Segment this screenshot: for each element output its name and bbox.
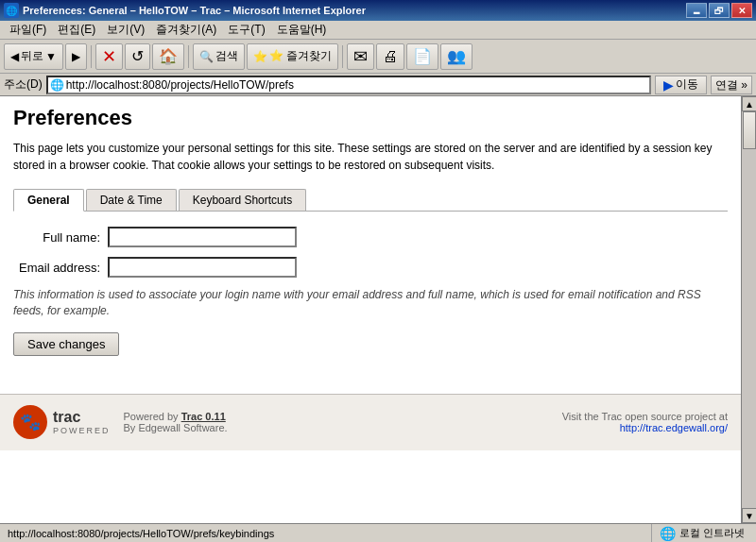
links-button[interactable]: 연결 » <box>711 76 752 94</box>
trac-version-link[interactable]: Trac 0.11 <box>181 411 226 422</box>
status-url: http://localhost:8080/projects/HelloTOW/… <box>4 528 651 539</box>
menu-view[interactable]: 보기(V) <box>101 21 150 39</box>
tab-keyboard[interactable]: Keyboard Shortcuts <box>179 189 306 211</box>
form-note: This information is used to associate yo… <box>13 287 728 319</box>
email-label: Email address: <box>13 261 108 275</box>
menu-bar: 파일(F) 편집(E) 보기(V) 즐겨찾기(A) 도구(T) 도움말(H) <box>0 21 756 40</box>
scroll-track[interactable] <box>742 111 756 508</box>
footer-right: Visit the Trac open source project at ht… <box>562 411 728 433</box>
toolbar: ◀ 뒤로 ▼ ▶ ✕ ↺ 🏠 🔍 검색 ⭐ ⭐ 즐겨찾기 ✉ 🖨 📄 👥 <box>0 40 756 74</box>
save-button[interactable]: Save changes <box>13 332 119 356</box>
refresh-button[interactable]: ↺ <box>125 43 150 70</box>
separator-1 <box>91 45 92 68</box>
go-arrow-icon: ▶ <box>663 77 674 93</box>
footer-logo: 🐾 trac POWERED Powered by Trac 0.11 By E… <box>13 405 228 439</box>
go-label: 이동 <box>676 76 698 93</box>
page-content: Preferences This page lets you customize… <box>0 96 741 523</box>
discuss-icon: 👥 <box>447 47 466 65</box>
trac-brand: trac POWERED <box>53 409 111 435</box>
home-icon: 🏠 <box>159 47 178 65</box>
menu-help[interactable]: 도움말(H) <box>271 21 333 39</box>
title-bar: 🌐 Preferences: General – HelloTOW – Trac… <box>0 0 756 21</box>
discuss-button[interactable]: 👥 <box>440 43 472 70</box>
trac-url-link[interactable]: http://trac.edgewall.org/ <box>620 422 728 433</box>
minimize-button[interactable]: 🗕 <box>686 3 707 18</box>
address-input[interactable] <box>66 78 647 92</box>
menu-favorites[interactable]: 즐겨찾기(A) <box>150 21 222 39</box>
favorites-icon: ⭐ <box>253 50 267 63</box>
back-button[interactable]: ◀ 뒤로 ▼ <box>4 43 63 70</box>
refresh-icon: ↺ <box>131 47 144 65</box>
back-label: 뒤로 <box>21 48 43 64</box>
address-input-wrapper: 🌐 <box>46 76 651 94</box>
page-favicon: 🌐 <box>50 78 64 92</box>
address-bar: 주소(D) 🌐 ▶ 이동 연결 » <box>0 74 756 96</box>
edit-icon: 📄 <box>413 47 432 65</box>
back-icon: ◀ <box>10 50 19 63</box>
links-label: 연결 <box>715 78 738 92</box>
menu-file[interactable]: 파일(F) <box>4 21 52 39</box>
powered-label: POWERED <box>53 426 111 435</box>
go-button[interactable]: ▶ 이동 <box>655 76 707 94</box>
fullname-input[interactable] <box>108 227 297 247</box>
by-edgewall-text: By Edgewall Software. <box>124 422 228 433</box>
footer-powered-text: Powered by Trac 0.11 By Edgewall Softwar… <box>124 411 228 433</box>
mail-icon: ✉ <box>353 46 368 67</box>
status-zone: 🌐 로컬 인트라넷 <box>651 524 752 542</box>
search-icon: 🔍 <box>199 50 214 63</box>
home-button[interactable]: 🏠 <box>152 43 184 70</box>
print-button[interactable]: 🖨 <box>376 43 404 70</box>
tab-general[interactable]: General <box>13 189 84 212</box>
powered-by-label: Powered by <box>124 411 179 422</box>
trac-brand-text: trac <box>53 409 111 426</box>
zone-label: 로컬 인트라넷 <box>679 526 745 540</box>
page-description: This page lets you customize your person… <box>13 140 728 174</box>
trac-paw-icon: 🐾 <box>13 405 47 439</box>
separator-3 <box>342 45 343 68</box>
links-dropdown-icon: » <box>741 78 747 92</box>
search-button[interactable]: 🔍 검색 <box>193 43 245 70</box>
scroll-down-button[interactable]: ▼ <box>742 508 756 523</box>
status-bar: http://localhost:8080/projects/HelloTOW/… <box>0 523 756 542</box>
favorites-label: ⭐ 즐겨찾기 <box>269 48 332 64</box>
window-controls: 🗕 🗗 ✕ <box>686 3 752 18</box>
favorites-button[interactable]: ⭐ ⭐ 즐겨찾기 <box>247 43 338 70</box>
menu-tools[interactable]: 도구(T) <box>222 21 270 39</box>
main-wrapper: Preferences This page lets you customize… <box>0 96 756 523</box>
fullname-row: Full name: <box>13 227 728 247</box>
footer: 🐾 trac POWERED Powered by Trac 0.11 By E… <box>0 394 741 450</box>
tab-datetime[interactable]: Date & Time <box>86 189 177 211</box>
tabs: General Date & Time Keyboard Shortcuts <box>13 189 728 212</box>
address-label: 주소(D) <box>4 76 43 93</box>
edit-button[interactable]: 📄 <box>406 43 438 70</box>
menu-edit[interactable]: 편집(E) <box>52 21 101 39</box>
fullname-label: Full name: <box>13 230 108 245</box>
page-title: Preferences <box>13 106 728 130</box>
browser-icon: 🌐 <box>4 3 19 18</box>
separator-2 <box>188 45 189 68</box>
search-label: 검색 <box>215 48 238 64</box>
zone-icon: 🌐 <box>660 526 676 541</box>
close-button[interactable]: ✕ <box>731 3 752 18</box>
scroll-thumb[interactable] <box>743 111 756 149</box>
restore-button[interactable]: 🗗 <box>709 3 730 18</box>
stop-button[interactable]: ✕ <box>95 43 123 70</box>
window-title: Preferences: General – HelloTOW – Trac –… <box>23 5 686 16</box>
email-row: Email address: <box>13 257 728 278</box>
stop-icon: ✕ <box>102 46 116 67</box>
forward-button[interactable]: ▶ <box>65 43 87 70</box>
scroll-up-button[interactable]: ▲ <box>742 96 756 111</box>
back-dropdown-icon: ▼ <box>45 50 57 63</box>
print-icon: 🖨 <box>383 48 398 65</box>
forward-icon: ▶ <box>72 50 80 63</box>
visit-text: Visit the Trac open source project at <box>562 411 728 422</box>
email-input[interactable] <box>108 257 297 278</box>
scrollbar: ▲ ▼ <box>741 96 756 523</box>
mail-button[interactable]: ✉ <box>347 43 374 70</box>
